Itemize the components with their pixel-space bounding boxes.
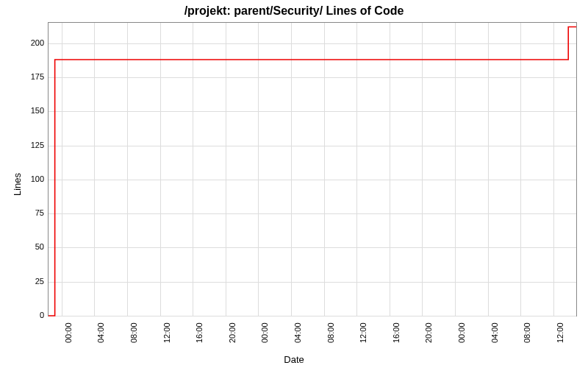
x-tick-label: 16:00 xyxy=(195,322,204,343)
y-tick-label: 150 xyxy=(22,106,44,115)
x-tick-label: 12:00 xyxy=(359,322,368,343)
x-tick-label: 04:00 xyxy=(490,322,499,343)
x-tick-label: 04:00 xyxy=(293,322,302,343)
y-tick-label: 0 xyxy=(22,311,44,319)
x-tick-label: 20:00 xyxy=(424,322,433,343)
y-tick-label: 200 xyxy=(22,38,44,47)
chart-title: /projekt: parent/Security/ Lines of Code xyxy=(0,4,588,18)
x-tick-label: 04:00 xyxy=(96,322,105,343)
y-tick-label: 175 xyxy=(22,72,44,81)
x-tick-label: 08:00 xyxy=(326,322,335,343)
x-tick-label: 16:00 xyxy=(392,322,401,343)
grid-h xyxy=(49,316,576,316)
y-tick-label: 75 xyxy=(22,208,44,217)
x-tick-label: 12:00 xyxy=(162,322,171,343)
x-axis-label: Date xyxy=(0,354,588,365)
series-line xyxy=(49,23,576,316)
x-tick-label: 08:00 xyxy=(129,322,138,343)
y-tick-label: 25 xyxy=(22,277,44,286)
x-tick-label: 00:00 xyxy=(457,322,466,343)
x-tick-label: 20:00 xyxy=(228,322,237,343)
y-tick-label: 125 xyxy=(22,141,44,149)
x-tick-label: 00:00 xyxy=(260,322,269,343)
x-tick-label: 00:00 xyxy=(64,322,73,343)
x-tick-label: 12:00 xyxy=(556,322,564,343)
y-tick-label: 100 xyxy=(22,174,44,183)
y-tick-label: 50 xyxy=(22,242,44,251)
plot-area xyxy=(48,22,577,316)
x-tick-label: 08:00 xyxy=(523,322,531,343)
series-path xyxy=(49,27,576,316)
